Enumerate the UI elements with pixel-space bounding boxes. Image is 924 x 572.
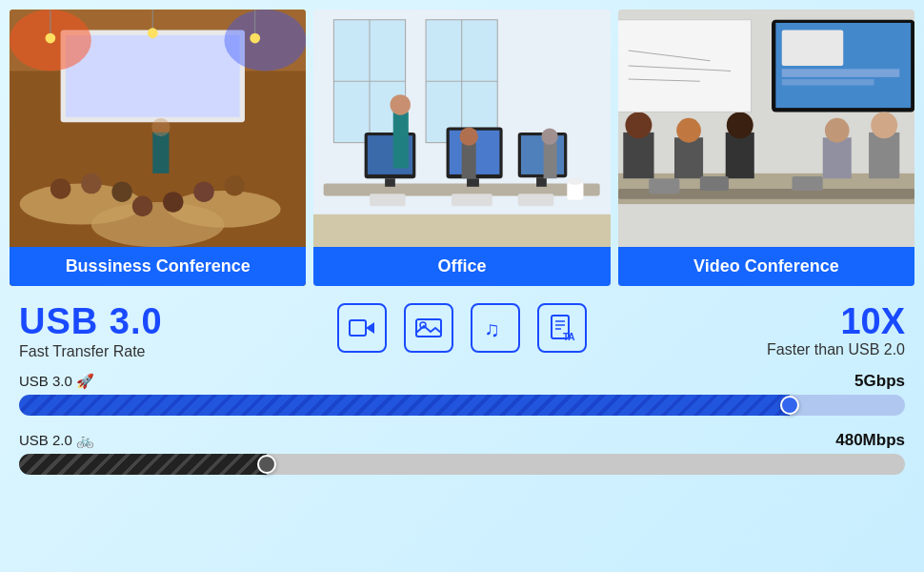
video-icon (337, 303, 387, 353)
bottom-section: USB 3.0 Fast Transfer Rate (0, 286, 924, 484)
images-row: Bussiness Conference (0, 0, 924, 286)
usb2-bar (19, 454, 905, 475)
business-conference-card: Bussiness Conference (10, 10, 306, 286)
svg-point-45 (460, 128, 478, 146)
svg-rect-69 (869, 133, 899, 178)
usb2-bar-bg (267, 454, 905, 475)
usb3-bar-bg (790, 395, 905, 416)
svg-point-19 (46, 33, 56, 44)
svg-rect-65 (725, 133, 753, 178)
svg-rect-73 (792, 176, 822, 191)
svg-rect-57 (781, 69, 899, 77)
svg-rect-71 (649, 178, 679, 194)
svg-point-52 (568, 178, 584, 184)
svg-rect-79 (350, 320, 366, 336)
svg-point-8 (91, 202, 225, 247)
office-card: Office (313, 10, 610, 286)
usb2-speed: 480Mbps (835, 431, 905, 450)
image-icon (404, 303, 453, 353)
svg-rect-3 (66, 35, 240, 117)
main-container: Bussiness Conference (0, 0, 924, 484)
svg-point-14 (132, 195, 152, 215)
usb3-bar-section: USB 3.0 🚀 5Gbps (19, 372, 905, 416)
document-icon: TAX (537, 303, 587, 353)
svg-marker-80 (366, 322, 374, 334)
svg-rect-44 (462, 143, 476, 179)
svg-rect-56 (781, 30, 842, 66)
svg-point-21 (148, 28, 158, 38)
faster-label: Faster than USB 2.0 (767, 341, 905, 358)
svg-rect-50 (518, 194, 554, 206)
svg-text:TAX: TAX (563, 332, 575, 341)
svg-point-62 (625, 112, 652, 138)
usb2-bar-fill (19, 454, 267, 475)
fast-transfer-label: Fast Transfer Rate (19, 343, 191, 360)
usb2-bar-section: USB 2.0 🚲 480Mbps (19, 431, 905, 475)
svg-point-64 (676, 118, 701, 143)
usb2-label: USB 2.0 🚲 (19, 432, 94, 449)
usb3-bar-fill (19, 395, 790, 416)
usb3-bar (19, 395, 905, 416)
svg-point-17 (151, 118, 170, 136)
svg-rect-67 (822, 137, 851, 178)
usb2-bar-dot (257, 455, 276, 474)
svg-point-10 (81, 174, 101, 194)
speed-multiplier: 10X (840, 303, 905, 339)
svg-point-43 (391, 94, 411, 114)
svg-rect-81 (416, 319, 441, 337)
svg-point-9 (50, 178, 70, 198)
svg-text:♫: ♫ (484, 317, 500, 340)
usb3-label: USB 3.0 🚀 (19, 373, 94, 390)
svg-rect-35 (385, 178, 395, 187)
svg-point-47 (542, 129, 558, 145)
svg-point-11 (111, 181, 131, 201)
svg-rect-72 (700, 176, 729, 191)
svg-rect-49 (452, 194, 492, 206)
svg-rect-40 (521, 135, 564, 174)
svg-rect-46 (544, 143, 557, 179)
video-conference-label: Video Conference (618, 247, 914, 286)
svg-point-5 (224, 10, 306, 71)
svg-point-68 (825, 118, 850, 143)
video-conference-card: Video Conference (618, 10, 914, 286)
svg-rect-58 (781, 79, 874, 85)
office-label: Office (313, 247, 610, 286)
usb3-title: USB 3.0 (19, 303, 191, 339)
feature-icons: ♫ TAX (191, 303, 733, 353)
svg-rect-42 (393, 112, 409, 168)
svg-rect-41 (536, 177, 547, 187)
svg-rect-16 (152, 133, 169, 174)
business-conference-label: Bussiness Conference (10, 247, 306, 286)
svg-point-15 (163, 192, 183, 212)
usb3-bar-dot (780, 396, 799, 415)
svg-rect-61 (623, 133, 653, 178)
svg-point-23 (250, 33, 260, 44)
svg-point-70 (871, 112, 897, 138)
usb3-speed: 5Gbps (854, 372, 905, 391)
svg-point-13 (224, 175, 244, 195)
svg-rect-38 (467, 178, 479, 187)
svg-point-12 (193, 181, 213, 201)
svg-rect-63 (674, 137, 703, 178)
svg-point-66 (726, 112, 753, 138)
svg-rect-48 (370, 194, 406, 206)
music-icon: ♫ (471, 303, 520, 353)
